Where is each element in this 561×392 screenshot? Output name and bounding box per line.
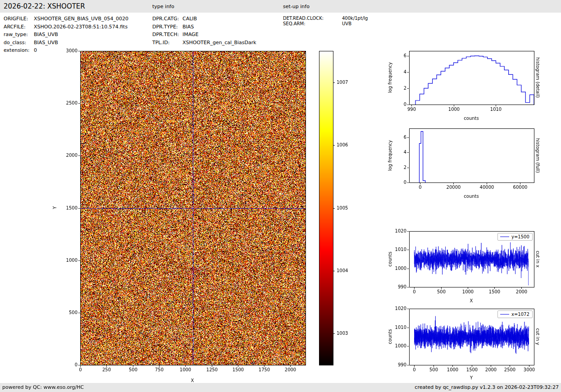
- type-info-heading: type info: [152, 4, 174, 9]
- meta-value: XSHOOTER_gen_cal_BiasDark: [182, 40, 256, 46]
- hist-full-yaxis-label: log frequency: [388, 140, 392, 171]
- meta-label: raw_type:: [4, 32, 34, 37]
- meta-label: TPL.ID:: [152, 40, 182, 46]
- histogram-full-plot: [383, 124, 538, 196]
- setup-info-block: DET.READ.CLOCK:400k/1pt/lg SEQ.ARM:UVB: [283, 15, 368, 26]
- colorbar: [315, 47, 357, 383]
- meta-row-readclock: DET.READ.CLOCK:400k/1pt/lg: [283, 15, 368, 21]
- meta-value: IMAGE: [182, 32, 199, 37]
- meta-label: ARCFILE:: [4, 24, 34, 30]
- meta-label: DPR.TYPE:: [152, 24, 182, 30]
- meta-row-seqarm: SEQ.ARM:UVB: [283, 21, 368, 26]
- meta-row-doclass: do_class:BIAS_UVB: [4, 39, 128, 47]
- meta-row-tplid: TPL.ID:XSHOOTER_gen_cal_BiasDark: [152, 39, 256, 47]
- meta-value: BIAS: [182, 24, 194, 30]
- meta-row-arcfile: ARCFILE:XSHOO.2026-02-23T08:51:10.574.fi…: [4, 23, 128, 31]
- bias-image-plot: [50, 47, 316, 383]
- type-info-block: DPR.CATG:CALIB DPR.TYPE:BIAS DPR.TECH:IM…: [152, 15, 256, 46]
- histogram-detail-plot: [383, 46, 538, 119]
- meta-label: DET.READ.CLOCK:: [283, 16, 342, 21]
- meta-value: BIAS_UVB: [34, 32, 58, 37]
- meta-label: DPR.CATG:: [152, 16, 182, 22]
- meta-label: ORIGFILE:: [4, 16, 34, 22]
- main-xaxis-label: X: [191, 378, 194, 383]
- footer-created-by: created by qc_rawdisp.py v1.2.3 on 2026-…: [415, 383, 559, 392]
- meta-row-origfile: ORIGFILE:XSHOOTER_GEN_BIAS_UVB_054_0020: [4, 15, 128, 23]
- qc-rawdisp-page: 2026-02-22: XSHOOTER type info set-up in…: [0, 0, 561, 392]
- meta-value: 400k/1pt/lg: [342, 16, 368, 21]
- meta-label: SEQ.ARM:: [283, 21, 342, 26]
- setup-info-heading: set-up info: [283, 4, 310, 9]
- cut-x-side-label: cut in x: [535, 251, 540, 267]
- hist-full-xaxis-label: counts: [464, 194, 479, 199]
- hist-detail-xaxis-label: counts: [464, 116, 479, 121]
- legend-cut-in-y: x=1072: [497, 310, 533, 318]
- meta-row-dprtech: DPR.TECH:IMAGE: [152, 31, 256, 39]
- cut-x-yaxis-label: counts: [388, 251, 392, 266]
- hist-detail-yaxis-label: log frequency: [388, 62, 392, 93]
- cut-y-xaxis-label: Y: [470, 375, 473, 380]
- hist-full-side-label: histogram (full): [535, 138, 540, 173]
- legend-cut-in-x: y=1500: [497, 233, 533, 241]
- cut-x-xaxis-label: X: [470, 298, 473, 303]
- legend-label: y=1500: [511, 234, 529, 239]
- meta-value: CALIB: [182, 16, 197, 22]
- legend-line-swatch-icon: [500, 237, 509, 237]
- legend-line-swatch-icon: [500, 314, 509, 315]
- hist-detail-side-label: histogram (detail): [535, 57, 540, 98]
- cut-y-side-label: cut in y: [535, 328, 540, 345]
- footer-powered-by: powered by QC: www.eso.org/HC: [2, 383, 84, 392]
- meta-value: XSHOOTER_GEN_BIAS_UVB_054_0020: [34, 16, 128, 22]
- meta-label: do_class:: [4, 40, 34, 46]
- meta-label: extension:: [4, 47, 34, 53]
- legend-label: x=1072: [511, 312, 529, 317]
- meta-row-rawtype: raw_type:BIAS_UVB: [4, 31, 128, 39]
- meta-value: BIAS_UVB: [34, 40, 58, 46]
- meta-value: 0: [34, 47, 37, 53]
- main-yaxis-label: Y: [52, 206, 57, 209]
- meta-row-dprcatg: DPR.CATG:CALIB: [152, 15, 256, 23]
- cut-y-yaxis-label: counts: [388, 329, 392, 344]
- meta-label: DPR.TECH:: [152, 32, 182, 37]
- header-bar: 2026-02-22: XSHOOTER type info set-up in…: [0, 0, 561, 13]
- meta-value: UVB: [342, 21, 351, 26]
- footer-bar: powered by QC: www.eso.org/HC created by…: [0, 383, 561, 392]
- meta-row-dprtype: DPR.TYPE:BIAS: [152, 23, 256, 31]
- meta-value: XSHOO.2026-02-23T08:51:10.574.fits: [34, 24, 128, 30]
- page-title: 2026-02-22: XSHOOTER: [4, 2, 85, 10]
